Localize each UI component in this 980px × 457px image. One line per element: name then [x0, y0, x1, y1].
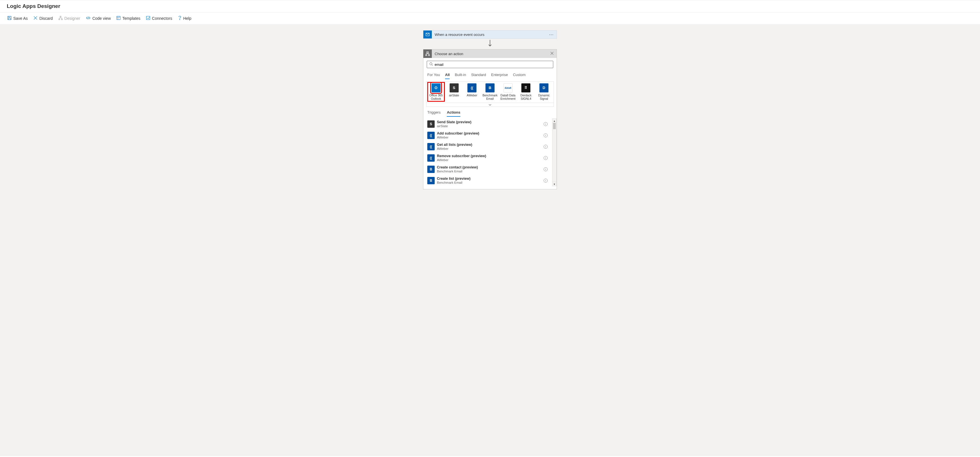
- info-icon[interactable]: i: [544, 156, 547, 160]
- action-connector-name: airSlate: [437, 124, 541, 128]
- help-icon: [178, 16, 181, 21]
- connector-arrow-icon: [487, 39, 493, 49]
- connector-icon: ⠿: [521, 83, 530, 93]
- action-connector-icon: ((: [427, 154, 434, 161]
- connector-label: Dynamic Signal: [536, 94, 552, 100]
- save-icon: [7, 16, 11, 21]
- templates-button[interactable]: Templates: [114, 14, 143, 22]
- action-name: Remove subscriber (preview): [437, 154, 541, 158]
- action-item[interactable]: BCreate contact (preview)Benchmark Email…: [427, 164, 551, 175]
- connectors-button[interactable]: Connectors: [144, 14, 175, 22]
- svg-rect-6: [146, 16, 150, 19]
- filter-tabs: For YouAllBuilt-inStandardEnterpriseCust…: [423, 70, 557, 79]
- scroll-track[interactable]: [552, 123, 557, 182]
- choose-action-panel: Choose an action For YouAllBuilt-inStand…: [423, 49, 557, 189]
- help-label: Help: [183, 16, 191, 21]
- hierarchy-icon: [59, 16, 63, 21]
- connector-airslate[interactable]: SairSlate: [445, 83, 463, 101]
- designer-button: Designer: [56, 14, 83, 22]
- action-connector-icon: B: [427, 166, 434, 173]
- action-name: Add subscriber (preview): [437, 131, 541, 135]
- action-connector-icon: ((: [427, 143, 434, 150]
- action-name: Send Slate (preview): [437, 120, 541, 124]
- svg-rect-5: [117, 16, 120, 19]
- connector-icon: ((: [468, 83, 476, 93]
- filter-tab-all[interactable]: All: [445, 71, 450, 79]
- info-icon[interactable]: i: [544, 167, 547, 171]
- trigger-card[interactable]: When a resource event occurs ⋯: [423, 30, 557, 39]
- action-list: SSend Slate (preview)airSlatei((Add subs…: [423, 118, 552, 186]
- connector-benchmark[interactable]: BBenchmark Email: [482, 83, 498, 101]
- scroll-thumb[interactable]: [553, 123, 556, 129]
- scrollbar[interactable]: ▲ ▼: [552, 118, 557, 186]
- discard-button[interactable]: Discard: [31, 14, 55, 22]
- filter-tab-custom[interactable]: Custom: [513, 71, 526, 79]
- code-icon: [86, 16, 91, 21]
- svg-rect-2: [60, 16, 61, 17]
- svg-rect-3: [59, 19, 60, 20]
- triggers-actions-tabs: TriggersActions: [423, 107, 557, 117]
- ta-tab-actions[interactable]: Actions: [447, 110, 460, 117]
- action-item[interactable]: ((Get all lists (preview)AWeberi: [427, 141, 551, 152]
- connector-icon: O: [431, 83, 441, 93]
- info-icon[interactable]: i: [544, 179, 547, 182]
- templates-label: Templates: [122, 16, 140, 21]
- code-view-button[interactable]: Code view: [84, 14, 113, 22]
- action-connector-icon: B: [427, 177, 434, 184]
- action-connector-name: Benchmark Email: [437, 169, 541, 173]
- action-item[interactable]: SSend Slate (preview)airSlatei: [427, 118, 551, 130]
- scroll-down-button[interactable]: ▼: [552, 182, 557, 186]
- ta-tab-triggers[interactable]: Triggers: [427, 110, 441, 117]
- trigger-more-button[interactable]: ⋯: [546, 32, 557, 37]
- action-name: Get all lists (preview): [437, 143, 541, 147]
- filter-tab-for-you[interactable]: For You: [427, 71, 440, 79]
- action-connector-icon: S: [427, 120, 434, 128]
- help-button[interactable]: Help: [176, 14, 194, 22]
- svg-point-7: [179, 19, 180, 20]
- scroll-up-button[interactable]: ▲: [552, 118, 557, 123]
- event-grid-icon: [423, 30, 432, 39]
- connector-office365outlook[interactable]: OOffice 365 Outlook: [428, 82, 444, 101]
- action-connector-name: Benchmark Email: [437, 181, 541, 185]
- filter-tab-built-in[interactable]: Built-in: [455, 71, 466, 79]
- filter-tab-standard[interactable]: Standard: [471, 71, 486, 79]
- page-title: Logic Apps Designer: [0, 0, 980, 13]
- svg-rect-4: [61, 19, 62, 20]
- svg-rect-10: [426, 55, 427, 56]
- action-item[interactable]: BCreate list (preview)Benchmark Emaili: [427, 175, 551, 186]
- svg-point-12: [430, 63, 432, 65]
- close-panel-button[interactable]: [547, 51, 557, 56]
- connector-icon: B: [485, 83, 495, 93]
- action-connector-icon: ((: [427, 132, 434, 139]
- search-input-wrap[interactable]: [427, 61, 553, 68]
- save-as-label: Save As: [13, 16, 28, 21]
- expand-connectors-button[interactable]: [426, 102, 554, 107]
- choose-action-header: Choose an action: [423, 50, 557, 58]
- action-icon: [423, 50, 432, 58]
- save-as-button[interactable]: Save As: [5, 14, 30, 22]
- action-item[interactable]: ((Remove subscriber (preview)AWeberi: [427, 152, 551, 164]
- action-item[interactable]: ((Add subscriber (preview)AWeberi: [427, 130, 551, 141]
- close-icon: [33, 16, 38, 21]
- action-connector-name: AWeber: [437, 158, 541, 162]
- connector-icon: S: [450, 83, 459, 93]
- connector-label: Benchmark Email: [482, 94, 498, 100]
- connector-derdack[interactable]: ⠿Derdack SIGNL4: [517, 83, 535, 101]
- connector-label: airSlate: [445, 94, 463, 97]
- connector-label: AWeber: [463, 94, 480, 97]
- search-icon: [429, 62, 433, 67]
- search-input[interactable]: [434, 62, 551, 67]
- discard-label: Discard: [39, 16, 52, 21]
- action-name: Create contact (preview): [437, 165, 541, 169]
- connectors-label: Connectors: [152, 16, 172, 21]
- info-icon[interactable]: i: [544, 122, 547, 126]
- code-view-label: Code view: [92, 16, 111, 21]
- info-icon[interactable]: i: [544, 145, 547, 149]
- connector-aweber[interactable]: ((AWeber: [463, 83, 480, 101]
- connector-dynamicsignal[interactable]: DDynamic Signal: [536, 83, 552, 101]
- info-icon[interactable]: i: [544, 133, 547, 137]
- connector-data8[interactable]: data8Data8 Data Enrichment: [500, 83, 517, 101]
- filter-tab-enterprise[interactable]: Enterprise: [491, 71, 508, 79]
- trigger-title: When a resource event occurs: [432, 32, 546, 37]
- connectors-icon: [146, 16, 150, 21]
